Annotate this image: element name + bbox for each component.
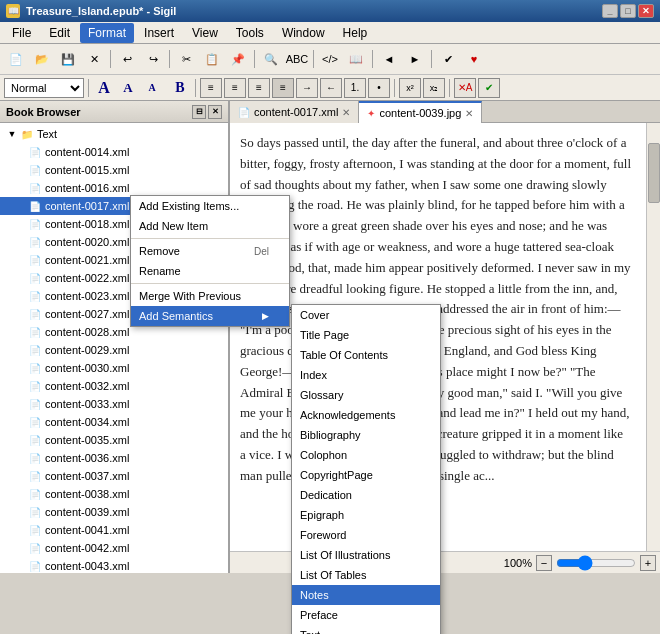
tab-close-0039[interactable]: ✕ [465,108,473,119]
validate-button[interactable]: ✔ [436,48,460,70]
ctx-remove[interactable]: Remove Del [131,241,289,261]
list-item[interactable]: 📄content-0043.xml [0,557,228,573]
list-ordered-button[interactable]: 1. [344,78,366,98]
superscript-button[interactable]: x² [399,78,421,98]
menu-edit[interactable]: Edit [41,23,78,43]
maximize-button[interactable]: □ [620,4,636,18]
submenu-copyright[interactable]: CopyrightPage [292,465,440,485]
list-item[interactable]: 📄content-0015.xml [0,161,228,179]
submenu-list-tables[interactable]: List Of Tables [292,565,440,585]
submenu-bibliography[interactable]: Bibliography [292,425,440,445]
tree-expander-root[interactable]: ▼ [4,126,20,142]
minimize-button[interactable]: _ [602,4,618,18]
align-center-button[interactable]: ≡ [224,78,246,98]
ctx-merge[interactable]: Merge With Previous [131,286,289,306]
list-item[interactable]: 📄content-0029.xml [0,341,228,359]
ctx-add-semantics[interactable]: Add Semantics ▶ [131,306,289,326]
submenu-toc[interactable]: Table Of Contents [292,345,440,365]
close-button[interactable]: ✕ [638,4,654,18]
font-larger-button[interactable]: A [93,78,115,98]
submenu-dedication[interactable]: Dedication [292,485,440,505]
ctx-add-existing[interactable]: Add Existing Items... [131,196,289,216]
redo-button[interactable]: ↪ [141,48,165,70]
list-item[interactable]: 📄content-0038.xml [0,485,228,503]
heart-button[interactable]: ♥ [462,48,486,70]
indent-decrease-button[interactable]: ← [320,78,342,98]
tab-content-0017[interactable]: 📄 content-0017.xml ✕ [230,101,359,123]
list-item[interactable]: 📄content-0037.xml [0,467,228,485]
next-button[interactable]: ► [403,48,427,70]
context-menu[interactable]: Add Existing Items... Add New Item Remov… [130,195,290,327]
panel-header-controls[interactable]: ⊟ ✕ [192,105,222,119]
menu-view[interactable]: View [184,23,226,43]
submenu-foreword[interactable]: Foreword [292,525,440,545]
submenu-cover[interactable]: Cover [292,305,440,325]
tree-root-item[interactable]: ▼ 📁 Text [0,125,228,143]
menu-window[interactable]: Window [274,23,333,43]
spellcheck-button[interactable]: ABC [285,48,309,70]
submenu-index[interactable]: Index [292,365,440,385]
align-right-button[interactable]: ≡ [248,78,270,98]
search-button[interactable]: 🔍 [259,48,283,70]
list-item[interactable]: 📄content-0036.xml [0,449,228,467]
align-left-button[interactable]: ≡ [200,78,222,98]
list-item[interactable]: 📄content-0042.xml [0,539,228,557]
submenu[interactable]: Cover Title Page Table Of Contents Index… [291,304,441,634]
zoom-slider[interactable] [556,559,636,567]
style-dropdown[interactable]: Normal Heading 1 Heading 2 [4,78,84,98]
font-smaller-button[interactable]: A [141,78,163,98]
menu-help[interactable]: Help [335,23,376,43]
list-unordered-button[interactable]: • [368,78,390,98]
submenu-acknowledgements[interactable]: Acknowledgements [292,405,440,425]
submenu-glossary[interactable]: Glossary [292,385,440,405]
indent-increase-button[interactable]: → [296,78,318,98]
menu-insert[interactable]: Insert [136,23,182,43]
zoom-in-button[interactable]: + [640,555,656,571]
menu-tools[interactable]: Tools [228,23,272,43]
font-medium-button[interactable]: A [117,78,139,98]
book-view-button[interactable]: 📖 [344,48,368,70]
tab-close-0017[interactable]: ✕ [342,107,350,118]
editor-scrollbar[interactable] [646,123,660,551]
panel-float-button[interactable]: ⊟ [192,105,206,119]
list-item[interactable]: 📄content-0039.xml [0,503,228,521]
save-button[interactable]: 💾 [56,48,80,70]
delete-format-button[interactable]: ✕A [454,78,476,98]
bold-button[interactable]: B [169,78,191,98]
list-item[interactable]: 📄content-0032.xml [0,377,228,395]
submenu-notes[interactable]: Notes [292,585,440,605]
list-item[interactable]: 📄content-0034.xml [0,413,228,431]
list-item[interactable]: 📄content-0041.xml [0,521,228,539]
list-item[interactable]: 📄content-0014.xml [0,143,228,161]
menu-format[interactable]: Format [80,23,134,43]
submenu-title-page[interactable]: Title Page [292,325,440,345]
submenu-colophon[interactable]: Colophon [292,445,440,465]
prev-button[interactable]: ◄ [377,48,401,70]
code-view-button[interactable]: </> [318,48,342,70]
zoom-out-button[interactable]: − [536,555,552,571]
cut-button[interactable]: ✂ [174,48,198,70]
align-justify-button[interactable]: ≡ [272,78,294,98]
ctx-rename[interactable]: Rename [131,261,289,281]
copy-button[interactable]: 📋 [200,48,224,70]
submenu-text[interactable]: Text [292,625,440,634]
tree-container[interactable]: ▼ 📁 Text 📄content-0014.xml 📄content-0015… [0,123,228,573]
new-button[interactable]: 📄 [4,48,28,70]
subscript-button[interactable]: x₂ [423,78,445,98]
menu-file[interactable]: File [4,23,39,43]
panel-close-button[interactable]: ✕ [208,105,222,119]
title-bar-controls[interactable]: _ □ ✕ [602,4,654,18]
tab-content-0039[interactable]: ✦ content-0039.jpg ✕ [359,101,482,123]
submenu-epigraph[interactable]: Epigraph [292,505,440,525]
list-item[interactable]: 📄content-0030.xml [0,359,228,377]
undo-button[interactable]: ↩ [115,48,139,70]
ctx-add-new[interactable]: Add New Item [131,216,289,236]
apply-format-button[interactable]: ✔ [478,78,500,98]
submenu-list-illustrations[interactable]: List Of Illustrations [292,545,440,565]
list-item[interactable]: 📄content-0035.xml [0,431,228,449]
scroll-thumb[interactable] [648,143,660,203]
submenu-preface[interactable]: Preface [292,605,440,625]
paste-button[interactable]: 📌 [226,48,250,70]
list-item[interactable]: 📄content-0033.xml [0,395,228,413]
close-doc-button[interactable]: ✕ [82,48,106,70]
